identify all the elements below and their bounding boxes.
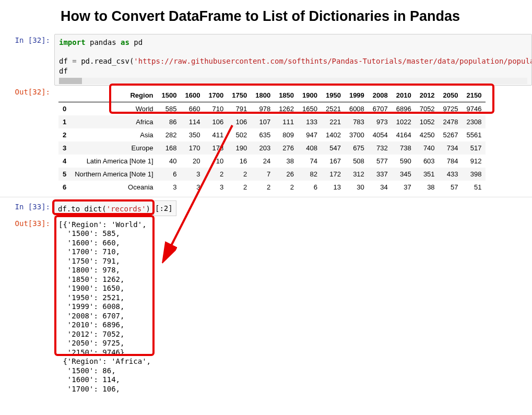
cell-value: 9725 [439, 102, 463, 115]
code-input-1[interactable]: import pandas as pd df = pd.read_csv('ht… [54, 34, 532, 86]
cell-value: 6707 [369, 102, 392, 115]
cell-value: 351 [416, 168, 439, 181]
cell-value: 345 [392, 168, 416, 181]
cell-value: 408 [298, 141, 322, 155]
cell-region: Europe [70, 141, 157, 155]
page-title: How to Convert DataFrame to List of Dict… [61, 8, 532, 25]
out-prompt-1: Out[32]: [0, 86, 54, 96]
cell-value: 2 [275, 181, 298, 194]
cell-value: 6008 [345, 102, 369, 115]
cell-region: Asia [70, 128, 157, 141]
cell-value: 40 [158, 155, 181, 168]
code-input-wrap-2: df.to_dict('records') [:2] [54, 200, 532, 217]
cell-region: Northern America [Note 1] [70, 168, 157, 181]
cell-value: 809 [275, 128, 298, 141]
table-row: 3Europe168170178190203276408547675732738… [58, 141, 486, 155]
cell-value: 26 [275, 168, 298, 181]
cell-value: 577 [369, 155, 392, 168]
cell-value: 508 [345, 155, 369, 168]
code-extra-slice: [:2] [154, 200, 176, 216]
cell-value: 167 [322, 155, 345, 168]
table-header: 1500 [158, 89, 181, 102]
cell-value: 221 [322, 115, 345, 128]
cell-value: 912 [463, 155, 486, 168]
cell-value: 2308 [463, 115, 486, 128]
cell-value: 660 [181, 102, 204, 115]
cell-value: 350 [181, 128, 204, 141]
cell-value: 2521 [322, 102, 345, 115]
cell-value: 3 [204, 181, 228, 194]
cell-value: 312 [345, 168, 369, 181]
cell-value: 603 [416, 155, 439, 168]
cell-value: 1402 [322, 128, 345, 141]
table-header: 2010 [392, 89, 416, 102]
table-header: 1999 [345, 89, 369, 102]
cell-value: 203 [251, 141, 275, 155]
cell-value: 6896 [392, 102, 416, 115]
cell-value: 2 [228, 181, 251, 194]
out-prompt-2: Out[33]: [0, 217, 54, 228]
cell-value: 590 [392, 155, 416, 168]
row-index: 4 [58, 155, 70, 168]
table-header: 1800 [251, 89, 275, 102]
cell-value: 86 [158, 115, 181, 128]
cell-value: 502 [228, 128, 251, 141]
output-area-2: [{'Region': 'World', '1500': 585, '1600'… [54, 217, 532, 397]
cell-value: 5561 [463, 128, 486, 141]
table-header: 1950 [322, 89, 345, 102]
cell-value: 398 [463, 168, 486, 181]
cell-value: 57 [439, 181, 463, 194]
table-header: 2012 [416, 89, 439, 102]
cell-value: 6 [298, 181, 322, 194]
cell-value: 34 [369, 181, 392, 194]
cell-value: 337 [369, 168, 392, 181]
cell-value: 24 [251, 155, 275, 168]
code-input-2[interactable]: df.to_dict('records') [54, 200, 154, 217]
code-line: df [59, 66, 527, 76]
cell-value: 1262 [275, 102, 298, 115]
cell-value: 411 [204, 128, 228, 141]
table-row: 2Asia28235041150263580994714023700405441… [58, 128, 486, 141]
cell-value: 740 [416, 141, 439, 155]
cell-value: 2 [228, 168, 251, 181]
output-area-1: Region1500160017001750180018501900195019… [54, 86, 532, 197]
code-cell-1: In [32]: import pandas as pd df = pd.rea… [0, 34, 532, 86]
code-line: df = pd.read_csv('https://raw.githubuser… [59, 56, 527, 66]
cell-value: 1052 [416, 115, 439, 128]
dataframe-table: Region1500160017001750180018501900195019… [58, 89, 486, 194]
scrollbar-thumb[interactable] [59, 78, 82, 84]
row-index: 3 [58, 141, 70, 155]
cell-value: 2 [204, 168, 228, 181]
cell-value: 111 [275, 115, 298, 128]
cell-value: 282 [158, 128, 181, 141]
cell-value: 168 [158, 141, 181, 155]
horizontal-scrollbar[interactable] [59, 78, 527, 84]
cell-value: 30 [345, 181, 369, 194]
cell-value: 3 [181, 168, 204, 181]
cell-value: 107 [251, 115, 275, 128]
table-header: 2008 [369, 89, 392, 102]
cell-value: 38 [275, 155, 298, 168]
in-prompt-1: In [32]: [0, 34, 54, 44]
row-index: 6 [58, 181, 70, 194]
cell-value: 710 [204, 102, 228, 115]
cell-value: 1022 [392, 115, 416, 128]
cell-value: 106 [204, 115, 228, 128]
table-row: 5Northern America [Note 1]63227268217231… [58, 168, 486, 181]
cell-value: 74 [298, 155, 322, 168]
table-header: 1700 [204, 89, 228, 102]
cell-value: 16 [228, 155, 251, 168]
table-row: 4Latin America [Note 1]40201016243874167… [58, 155, 486, 168]
cell-value: 947 [298, 128, 322, 141]
cell-value: 3 [181, 181, 204, 194]
cell-value: 517 [463, 141, 486, 155]
cell-value: 133 [298, 115, 322, 128]
cell-value: 738 [392, 141, 416, 155]
table-header: 1850 [275, 89, 298, 102]
cell-value: 114 [181, 115, 204, 128]
output-cell-1: Out[32]: Region1500160017001750180018501… [0, 86, 532, 197]
cell-value: 38 [416, 181, 439, 194]
cell-value: 2 [251, 181, 275, 194]
cell-value: 178 [204, 141, 228, 155]
cell-value: 9746 [463, 102, 486, 115]
